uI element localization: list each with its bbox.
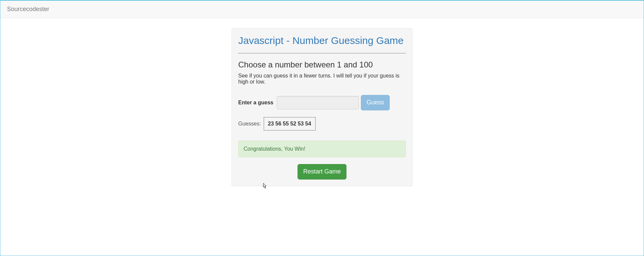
guesses-list: 23 56 55 52 53 54: [264, 117, 316, 131]
restart-button[interactable]: Restart Game: [298, 164, 346, 180]
navbar: Sourcecodester: [0, 1, 644, 18]
guesses-label: Guesses:: [238, 121, 261, 127]
guess-input-label: Enter a guess: [238, 100, 273, 106]
instruction-text: See if you can guess it in a fewer turns…: [238, 73, 406, 85]
guesses-row: Guesses: 23 56 55 52 53 54: [238, 117, 406, 131]
guess-form: Enter a guess Guess: [238, 95, 406, 110]
main-column: Javascript - Number Guessing Game Choose…: [227, 28, 417, 186]
navbar-brand[interactable]: Sourcecodester: [5, 1, 51, 18]
page-title: Javascript - Number Guessing Game: [238, 35, 406, 46]
divider: [238, 53, 406, 53]
instruction-heading: Choose a number between 1 and 100: [238, 60, 406, 69]
guess-input[interactable]: [277, 96, 359, 109]
result-alert: Congratulations, You Win!: [238, 141, 406, 157]
guess-button[interactable]: Guess: [361, 95, 390, 110]
restart-container: Restart Game: [238, 164, 406, 180]
game-panel: Javascript - Number Guessing Game Choose…: [232, 28, 412, 186]
container: Javascript - Number Guessing Game Choose…: [126, 28, 518, 186]
